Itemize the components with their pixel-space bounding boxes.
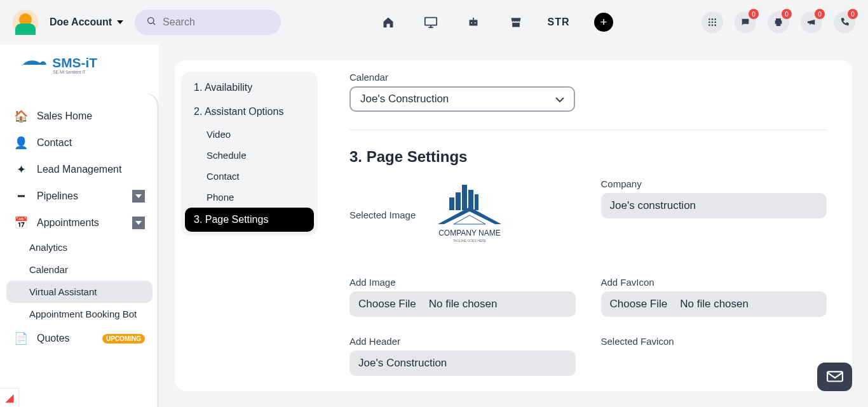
search-input[interactable] [163,17,269,28]
add-image-label: Add Image [349,277,576,288]
search-icon [146,16,156,29]
chevron-down-icon [555,93,564,105]
svg-rect-2 [425,18,437,25]
nav-appointment-booking-bot[interactable]: Appointment Booking Bot [6,303,153,325]
topbar: Doe Account STR + 0 0 0 [0,0,868,44]
section-title: 3. Page Settings [349,148,827,166]
chat-button[interactable]: 0 [735,11,756,33]
choose-file-button[interactable]: Choose File [358,298,416,310]
network-icon: ✦ [14,163,28,177]
svg-point-14 [714,22,716,23]
monitor-icon[interactable] [424,15,438,29]
calendar-value: Joe's Construction [360,93,449,105]
add-header-label: Add Header [349,336,576,347]
step-availability[interactable]: 1. Availability [185,76,314,100]
company-value: Joe's construction [610,199,696,212]
content-area: Calendar Joe's Construction 3. Page Sett… [324,72,852,380]
svg-text:SMS-iT: SMS-iT [52,55,97,70]
avatar[interactable] [13,10,38,35]
svg-rect-21 [468,190,473,210]
search-box[interactable] [135,10,281,35]
svg-rect-20 [462,185,467,210]
step-page-settings[interactable]: 3. Page Settings [185,208,314,232]
announce-badge: 0 [815,9,825,19]
calendar-label: Calendar [349,72,827,83]
svg-point-12 [709,22,710,23]
svg-point-11 [714,18,716,20]
nav-lead-management[interactable]: ✦ Lead Management [0,156,159,183]
svg-rect-24 [449,197,454,210]
svg-text:TAGLINE GOES HERE: TAGLINE GOES HERE [453,239,487,243]
add-favicon-label: Add FavIcon [601,277,827,288]
svg-rect-27 [827,371,843,381]
home-icon[interactable] [381,15,395,29]
nav-contact[interactable]: 👤 Contact [0,130,159,156]
account-dropdown[interactable]: Doe Account [50,17,123,28]
main-area: 1. Availability 2. Assistant Options Vid… [159,44,868,407]
nav-appointments[interactable]: 📅 Appointments [0,210,159,236]
no-file-text: No file chosen [680,298,749,310]
nav-label: Appointments [37,217,99,229]
step-phone[interactable]: Phone [185,187,314,208]
step-contact[interactable]: Contact [185,166,314,187]
nav-list: 🏠 Sales Home 👤 Contact ✦ Lead Management… [0,93,159,407]
nav-virtual-assistant[interactable]: Virtual Assistant [6,281,153,303]
store-icon[interactable] [509,15,523,29]
chat-badge: 0 [749,9,759,19]
selected-image-label: Selected Image [349,210,416,220]
phone-badge: 0 [848,9,858,19]
pipeline-icon: ━ [14,189,28,203]
home-icon: 🏠 [14,109,28,123]
divider [349,130,827,130]
svg-point-10 [712,18,714,20]
add-header-value: Joe's Construction [358,357,447,370]
svg-line-1 [153,23,155,25]
apps-button[interactable] [702,11,723,33]
step-video[interactable]: Video [185,124,314,145]
nav-calendar[interactable]: Calendar [6,258,153,281]
choose-file-button[interactable]: Choose File [610,298,668,310]
corner-mark: ◢ [0,388,19,407]
add-image-input[interactable]: Choose File No file chosen [349,291,576,317]
nav-label: Quotes [37,333,70,344]
right-icons: 0 0 0 0 [702,11,855,33]
upcoming-pill: UPCOMING [102,334,145,344]
phone-button[interactable]: 0 [834,11,855,33]
company-label: Company [601,178,827,189]
step-assistant-options[interactable]: 2. Assistant Options [185,100,314,124]
nav-pipelines[interactable]: ━ Pipelines [0,183,159,210]
svg-rect-22 [475,194,478,210]
svg-rect-5 [470,20,478,25]
svg-point-16 [712,24,714,26]
announce-button[interactable]: 0 [801,11,822,33]
chevron-down-icon [132,190,145,203]
str-link[interactable]: STR [552,15,566,29]
nav-label: Sales Home [37,110,92,122]
print-button[interactable]: 0 [768,11,789,33]
help-button[interactable] [817,363,852,391]
add-favicon-input[interactable]: Choose File No file chosen [601,291,827,317]
nav-sales-home[interactable]: 🏠 Sales Home [0,103,159,130]
chevron-down-icon [132,217,145,229]
account-name: Doe Account [50,17,112,28]
svg-point-0 [148,18,154,23]
svg-point-7 [475,22,476,23]
nav-quotes[interactable]: 📄 Quotes UPCOMING [0,325,159,352]
selected-image-preview: COMPANY NAME TAGLINE GOES HERE [425,178,514,251]
svg-point-9 [709,18,710,20]
document-icon: 📄 [14,331,28,345]
svg-point-15 [709,24,710,26]
selected-favicon-label: Selected Favicon [601,336,827,347]
svg-point-17 [714,24,716,26]
calendar-select[interactable]: Joe's Construction [349,86,575,112]
brand-logo[interactable]: SMS-iT SE-Mi Sentient iT [0,44,159,90]
step-schedule[interactable]: Schedule [185,145,314,166]
nav-label: Pipelines [37,190,78,202]
robot-icon[interactable] [466,15,480,29]
add-header-input[interactable]: Joe's Construction [349,350,576,376]
nav-analytics[interactable]: Analytics [6,236,153,258]
calendar-icon: 📅 [14,216,28,230]
add-button[interactable]: + [594,13,613,32]
top-nav-icons: STR + [381,13,613,32]
company-input[interactable]: Joe's construction [601,193,827,218]
